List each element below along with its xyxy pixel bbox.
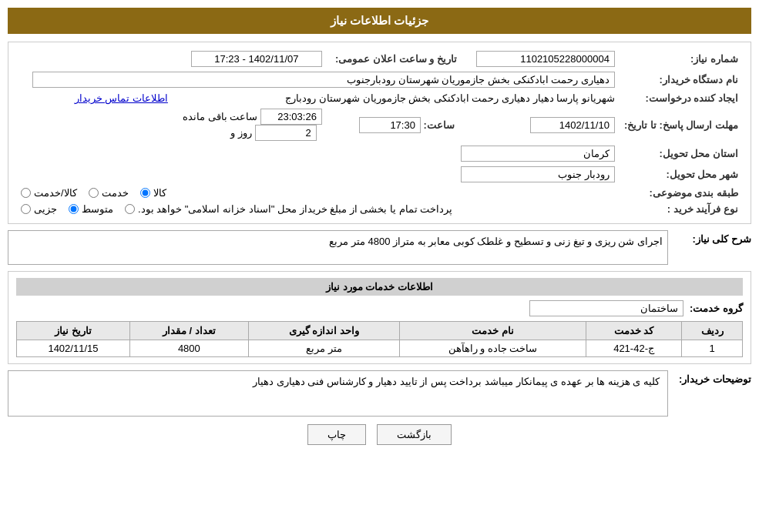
mohlat-saat-value: 17:30 <box>359 117 421 133</box>
mohlat-saat-label: ساعت: <box>424 119 461 131</box>
mohlat-label: مهلت ارسال پاسخ: تا تاریخ: <box>620 106 743 143</box>
tawzihat-label: توضیحات خریدار: <box>674 370 751 385</box>
sharh-kolli-row: شرح کلی نیاز: اجرای شن ریزی و تیغ زنی و … <box>8 230 751 265</box>
ostan-value: کرمان <box>461 146 615 162</box>
cell-vahedAndaze: متر مربع <box>248 340 399 357</box>
cell-namKhadamat: ساخت جاده و راهآهن <box>399 340 586 357</box>
cell-kodKhadamat: ج-42-421 <box>586 340 682 357</box>
row-shomare-tarikh: شماره نیاز: 1102105228000004 تاریخ و ساع… <box>16 49 743 69</box>
ijad-link-cell[interactable]: اطلاعات تماس خریدار <box>16 90 173 106</box>
group-khadamat-value: ساختمان <box>529 300 683 316</box>
header-title: جزئیات اطلاعات نیاز <box>331 14 428 27</box>
nav-farayand-cell: جزیی متوسط پرداخت تمام یا بخشی از مبلغ خ… <box>16 201 620 217</box>
khadamat-table-head: ردیف کد خدمت نام خدمت واحد اندازه گیری ت… <box>17 322 743 340</box>
row-namdastgah: نام دستگاه خریدار: دهیاری رحمت ابادکنکی … <box>16 69 743 90</box>
tawzihat-row: توضیحات خریدار: کلیه ی هزینه ها بر عهده … <box>8 370 751 417</box>
col-tarikh: تاریخ نیاز <box>17 322 130 340</box>
shahr-value: رودبار جنوب <box>461 166 615 182</box>
namdastgah-label: نام دستگاه خریدار: <box>620 69 743 90</box>
mohlat-remain-label: ساعت باقی مانده <box>183 111 257 122</box>
namdastgah-value: دهیاری رحمت ابادکنکی بخش جازموریان شهرست… <box>32 72 614 88</box>
tawzihat-content: کلیه ی هزینه ها بر عهده ی پیمانکار میباش… <box>8 370 668 417</box>
shomare-niaz-value-cell: 1102105228000004 <box>465 49 620 69</box>
tabaqe-radio-group: کالا/خدمت خدمت کالا <box>21 187 615 199</box>
nav-motawaset-radio[interactable] <box>69 204 79 214</box>
tabaqe-kala[interactable]: کالا <box>140 187 166 199</box>
nav-farayand-group: جزیی متوسط پرداخت تمام یا بخشی از مبلغ خ… <box>21 203 615 215</box>
nav-motawaset[interactable]: متوسط <box>69 203 113 215</box>
shomare-niaz-label: شماره نیاز: <box>620 49 743 69</box>
ijad-value-cell: شهریانو پارسا دهیار دهیاری رحمت ابادکنکی… <box>173 90 620 106</box>
nav-farayand-label: نوع فرآیند خرید : <box>620 201 743 217</box>
nav-asnad-radio[interactable] <box>125 204 135 214</box>
ijad-label: ایجاد کننده درخواست: <box>620 90 743 106</box>
mohlat-roz-value: 2 <box>255 125 317 141</box>
nav-jozi-radio[interactable] <box>21 204 31 214</box>
col-nam: نام خدمت <box>399 322 586 340</box>
main-info-section: شماره نیاز: 1102105228000004 تاریخ و ساع… <box>8 42 751 224</box>
sharh-kolli-value: اجرای شن ریزی و تیغ زنی و تسطیح و غلطک ک… <box>8 230 668 265</box>
namdastgah-value-cell: دهیاری رحمت ابادکنکی بخش جازموریان شهرست… <box>16 69 620 90</box>
tarikh-value-cell: 1402/11/07 - 17:23 <box>173 49 327 69</box>
ijad-link[interactable]: اطلاعات تماس خریدار <box>75 92 168 104</box>
row-ostan: استان محل تحویل: کرمان <box>16 143 743 164</box>
row-ijad: ایجاد کننده درخواست: شهریانو پارسا دهیار… <box>16 90 743 106</box>
info-table: شماره نیاز: 1102105228000004 تاریخ و ساع… <box>16 49 743 217</box>
nav-jozi[interactable]: جزیی <box>21 203 57 215</box>
row-mohlat: مهلت ارسال پاسخ: تا تاریخ: 1402/11/10 سا… <box>16 106 743 143</box>
tabaqe-khadamat[interactable]: خدمت <box>89 187 129 199</box>
shomare-niaz-value: 1102105228000004 <box>476 51 615 67</box>
tabaqe-khadamat-radio[interactable] <box>89 188 99 198</box>
group-khadamat-row: گروه خدمت: ساختمان <box>16 300 743 316</box>
ijad-value: شهریانو پارسا دهیار دهیاری رحمت ابادکنکی… <box>285 92 615 104</box>
mohlat-date: 1402/11/10 <box>530 117 615 133</box>
sharh-kolli-content: اجرای شن ریزی و تیغ زنی و تسطیح و غلطک ک… <box>8 230 668 265</box>
sharh-kolli-label: شرح کلی نیاز: <box>674 230 751 245</box>
ostan-label: استان محل تحویل: <box>620 143 743 164</box>
col-radif: ردیف <box>682 322 743 340</box>
khadamat-section: اطلاعات خدمات مورد نیاز گروه خدمت: ساختم… <box>8 271 751 364</box>
tawzihat-value: کلیه ی هزینه ها بر عهده ی پیمانکار میباش… <box>8 370 668 417</box>
khadamat-table-body: 1ج-42-421ساخت جاده و راهآهنمتر مربع48001… <box>17 340 743 357</box>
row-shahr: شهر محل تحویل: رودبار جنوب <box>16 164 743 185</box>
khadamat-table: ردیف کد خدمت نام خدمت واحد اندازه گیری ت… <box>16 321 743 357</box>
col-vahad: واحد اندازه گیری <box>248 322 399 340</box>
khadamat-title: اطلاعات خدمات مورد نیاز <box>16 278 743 296</box>
nav-asnad[interactable]: پرداخت تمام یا بخشی از مبلغ خریداز محل "… <box>125 203 452 215</box>
tabaqe-kala-khadamat[interactable]: کالا/خدمت <box>21 187 77 199</box>
khadamat-table-header-row: ردیف کد خدمت نام خدمت واحد اندازه گیری ت… <box>17 322 743 340</box>
row-nav-farayand: نوع فرآیند خرید : جزیی متوسط پرداخت تمام… <box>16 201 743 217</box>
cell-tarikhNiaz: 1402/11/15 <box>17 340 130 357</box>
print-button[interactable]: چاپ <box>307 424 366 445</box>
tabaqe-kala-label: کالا <box>153 187 166 199</box>
mohlat-remain: 23:03:26 <box>260 109 322 125</box>
buttons-row: بازگشت چاپ <box>8 424 751 445</box>
shahr-value-cell: رودبار جنوب <box>16 164 620 185</box>
page-wrapper: جزئیات اطلاعات نیاز شماره نیاز: 11021052… <box>0 0 759 532</box>
ostan-value-cell: کرمان <box>16 143 620 164</box>
tabaqe-kala-khadamat-radio[interactable] <box>21 188 31 198</box>
tabaqe-kala-khadamat-label: کالا/خدمت <box>34 187 77 199</box>
row-tabaqe: طبقه بندی موضوعی: کالا/خدمت خدمت کالا <box>16 185 743 201</box>
tarikh-label: تاریخ و ساعت اعلان عمومی: <box>327 49 465 69</box>
tabaqe-khadamat-label: خدمت <box>102 187 129 199</box>
tarikh-value: 1402/11/07 - 17:23 <box>191 51 322 67</box>
cell-radif: 1 <box>682 340 743 357</box>
cell-tedadMeqdar: 4800 <box>129 340 248 357</box>
table-row: 1ج-42-421ساخت جاده و راهآهنمتر مربع48001… <box>17 340 743 357</box>
tabaqe-value-cell: کالا/خدمت خدمت کالا <box>16 185 620 201</box>
mohlat-saat-cell: ساعت: 17:30 <box>327 106 465 143</box>
mohlat-roz-cell: 23:03:26 ساعت باقی مانده 2 روز و <box>173 106 327 143</box>
back-button[interactable]: بازگشت <box>377 424 452 445</box>
col-tedad: تعداد / مقدار <box>129 322 248 340</box>
nav-motawaset-label: متوسط <box>82 203 113 215</box>
tabaqe-kala-radio[interactable] <box>140 188 150 198</box>
group-khadamat-label: گروه خدمت: <box>690 303 743 314</box>
tabaqe-label: طبقه بندی موضوعی: <box>620 185 743 201</box>
shahr-label: شهر محل تحویل: <box>620 164 743 185</box>
page-header: جزئیات اطلاعات نیاز <box>8 8 751 34</box>
nav-asnad-label: پرداخت تمام یا بخشی از مبلغ خریداز محل "… <box>138 203 452 215</box>
mohlat-roz-label: روز و <box>230 127 252 139</box>
nav-jozi-label: جزیی <box>34 203 57 215</box>
mohlat-date-cell: 1402/11/10 <box>465 106 620 143</box>
